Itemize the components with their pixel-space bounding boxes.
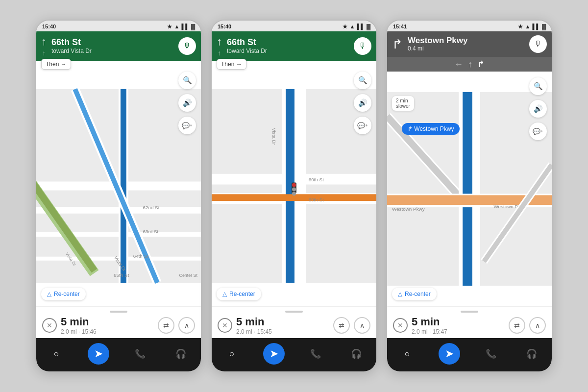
nav-arrow-box-1: ↑ ↑ [41,35,47,57]
map-area-2: 60th St 60th St Vista Dr 🔍 🔊 💬+ △ Re-cen… [212,66,376,306]
battery-icon-2: ▓ [367,24,370,29]
nav-text-1: 66th St toward Vista Dr [51,38,173,54]
bottom-nav-3: ○ ➤ 📞 🎧 [387,338,552,371]
trip-time-3: 5 min [412,316,440,328]
trip-close-3[interactable]: ✕ [393,318,408,333]
trip-drag-3 [461,311,478,313]
map-svg-2: 60th St 60th St Vista Dr [212,66,376,306]
nav-direction-arrow-2: ↑ [217,35,222,48]
search-button-3[interactable]: 🔍 [529,77,547,95]
lane-right-3: ↱ [477,59,485,70]
trip-info-2: ✕ 5 min 2.0 mi · 15:45 ⇄ ∧ [212,306,376,338]
svg-point-28 [292,192,296,196]
bottom-nav-2: ○ ➤ 📞 🎧 [212,338,376,371]
phone-1: 15:40 ★ ▲ ▌▌ ▓ ↑ ↑ 66th St toward Vista … [35,20,202,372]
maps-nav-2[interactable]: ➤ [263,343,285,365]
recenter-button-3[interactable]: △ Re-center [392,288,437,300]
trip-row-3: ✕ 5 min 2.0 mi · 15:47 ⇄ ∧ [393,316,546,335]
svg-text:63rd St: 63rd St [143,229,158,234]
mic-button-2[interactable]: 🎙 [354,37,371,55]
turn-badge-3: ↱ Westown Pkwy [402,123,460,135]
phone-nav-1[interactable]: 📞 [131,344,149,363]
bottom-nav-1: ○ ➤ 📞 🎧 [36,338,201,371]
headphone-nav-3[interactable]: 🎧 [522,344,541,363]
phone-nav-3[interactable]: 📞 [482,344,500,363]
home-nav-3[interactable]: ○ [398,344,416,363]
wifi-icon-2: ▲ [349,24,355,29]
bluetooth-icon-3: ★ [518,24,523,30]
search-button-2[interactable]: 🔍 [354,72,371,89]
home-nav-1[interactable]: ○ [47,344,66,363]
nav-toward-1: toward Vista Dr [51,48,173,54]
signal-icon: ▌▌ [181,24,189,29]
trip-routes-2[interactable]: ⇄ [333,317,350,334]
recenter-icon-2: △ [222,291,227,297]
status-time-3: 15:41 [393,24,407,29]
trip-expand-1[interactable]: ∧ [178,317,195,334]
nav-text-2: 66th St toward Vista Dr [227,38,349,54]
lanes-bar-3: ← ↑ ↱ [387,57,552,72]
nav-secondary-2: ↑ [218,49,221,57]
mic-button-3[interactable]: 🎙 [529,35,547,53]
map-area-1: 62nd St 63rd St 64th St 65th St Vista Dr… [36,66,201,306]
nav-toward-2: toward Vista Dr [227,48,349,54]
svg-text:Westown Pkwy: Westown Pkwy [392,206,425,212]
status-time-1: 15:40 [42,24,56,29]
svg-text:60th St: 60th St [309,197,324,202]
phone-nav-2[interactable]: 📞 [306,344,325,363]
trip-routes-3[interactable]: ⇄ [509,317,525,334]
status-icons-1: ★ ▲ ▌▌ ▓ [167,24,195,30]
headphone-nav-1[interactable]: 🎧 [172,344,190,363]
nav-text-3: Westown Pkwy 0.4 mi [408,36,524,52]
bluetooth-icon-2: ★ [343,24,347,30]
trip-row-1: ✕ 5 min 2.0 mi · 15:46 ⇄ ∧ [42,316,195,335]
sound-button-2[interactable]: 🔊 [354,94,371,112]
sound-button-1[interactable]: 🔊 [178,94,196,112]
phone-3: 15:41 ★ ▲ ▌▌ ▓ ↱ Westown Pkwy 0.4 mi 🎙 ←… [386,20,553,372]
report-button-1[interactable]: 💬+ [178,117,196,134]
trip-time-block-1: 5 min 2.0 mi · 15:46 [61,316,97,335]
phone-2: 15:40 ★ ▲ ▌▌ ▓ ↑ ↑ 66th St toward Vista … [211,20,377,372]
trip-routes-1[interactable]: ⇄ [158,317,174,334]
status-bar-2: 15:40 ★ ▲ ▌▌ ▓ [212,21,376,31]
trip-close-2[interactable]: ✕ [218,318,232,333]
headphone-nav-2[interactable]: 🎧 [347,344,366,363]
then-badge-2: Then → [217,59,246,70]
trip-drag-1 [110,311,127,313]
then-badge-1: Then → [41,59,71,70]
map-area-3: Westown Pkwy Westown Pkwy 2 min slower 🔍… [387,72,552,306]
lane-left-3: ← [454,59,463,70]
svg-text:62nd St: 62nd St [143,205,159,210]
recenter-label-3: Re-center [405,291,431,297]
status-bar-3: 15:41 ★ ▲ ▌▌ ▓ [387,21,552,31]
nav-header-2: ↑ ↑ 66th St toward Vista Dr 🎙 Then → [212,31,376,61]
trip-time-block-3: 5 min 2.0 mi · 15:47 [412,316,447,335]
maps-nav-1[interactable]: ➤ [88,343,109,365]
trip-close-1[interactable]: ✕ [42,318,57,333]
status-icons-3: ★ ▲ ▌▌ ▓ [518,24,546,30]
mic-button-1[interactable]: 🎙 [178,37,196,55]
report-button-2[interactable]: 💬+ [354,117,371,134]
wifi-icon-3: ▲ [525,24,530,29]
recenter-button-1[interactable]: △ Re-center [41,288,86,300]
slower-badge-3: 2 min slower [392,96,414,111]
map-svg-1: 62nd St 63rd St 64th St 65th St Vista Dr… [36,66,201,306]
recenter-button-2[interactable]: △ Re-center [217,288,261,300]
svg-text:64th St: 64th St [133,253,149,259]
report-button-3[interactable]: 💬+ [529,122,547,140]
trip-info-3: ✕ 5 min 2.0 mi · 15:47 ⇄ ∧ [387,306,552,338]
recenter-label-2: Re-center [229,291,255,297]
nav-arrow-box-2: ↑ ↑ [217,35,222,57]
nav-toward-3: 0.4 mi [408,45,524,52]
sound-button-3[interactable]: 🔊 [529,100,547,118]
trip-expand-3[interactable]: ∧ [529,317,546,334]
lane-straight-3: ↑ [468,59,472,70]
home-nav-2[interactable]: ○ [222,344,241,363]
status-time-2: 15:40 [218,24,231,29]
trip-expand-2[interactable]: ∧ [354,317,370,334]
nav-secondary-1: ↑ [42,49,46,57]
maps-nav-3[interactable]: ➤ [439,343,460,365]
search-button-1[interactable]: 🔍 [178,72,196,89]
nav-arrow-box-3: ↱ [392,37,403,52]
nav-direction-arrow-1: ↑ [41,35,47,48]
